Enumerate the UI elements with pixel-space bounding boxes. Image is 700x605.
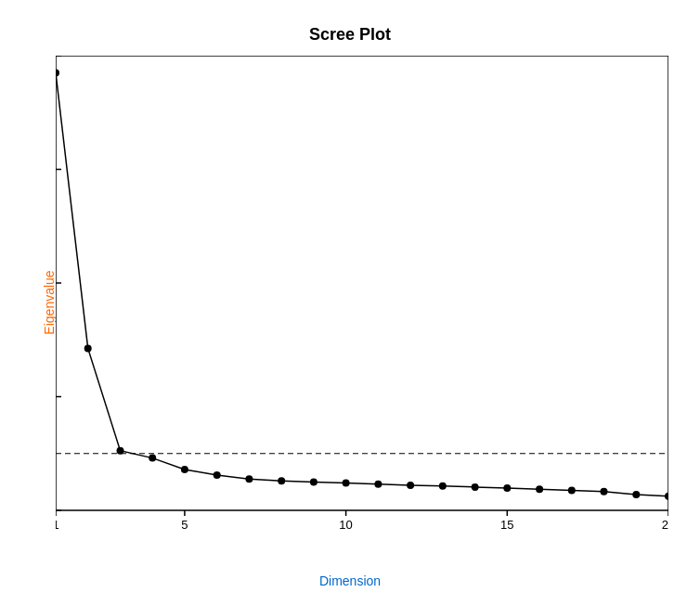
svg-point-28: [245, 475, 253, 483]
svg-point-29: [278, 477, 285, 484]
svg-point-37: [536, 485, 543, 493]
y-axis-label: Eigenvalue: [42, 270, 57, 334]
scree-plot-svg: 0 2 4 6 8 1 5 10 15 20: [56, 56, 668, 557]
svg-point-39: [601, 488, 608, 496]
svg-point-40: [632, 491, 640, 498]
svg-rect-0: [56, 56, 668, 510]
svg-point-36: [503, 484, 511, 492]
svg-point-25: [149, 455, 156, 462]
svg-point-27: [214, 471, 221, 479]
svg-point-33: [407, 482, 414, 489]
svg-point-35: [472, 483, 479, 491]
svg-text:1: 1: [56, 518, 59, 532]
chart-container: Scree Plot Eigenvalue Dimension 0 2 4 6 …: [0, 0, 700, 605]
svg-text:15: 15: [500, 518, 513, 532]
chart-title: Scree Plot: [0, 25, 700, 45]
svg-text:20: 20: [662, 518, 668, 532]
svg-point-30: [310, 478, 318, 485]
svg-point-31: [343, 480, 350, 487]
svg-point-26: [181, 466, 188, 473]
svg-point-23: [84, 344, 92, 352]
x-axis-label: Dimension: [0, 573, 700, 588]
svg-point-34: [439, 483, 447, 490]
svg-point-38: [568, 487, 576, 495]
svg-point-32: [374, 481, 382, 488]
svg-point-24: [117, 447, 124, 455]
svg-text:5: 5: [181, 518, 188, 532]
svg-text:10: 10: [339, 518, 352, 532]
